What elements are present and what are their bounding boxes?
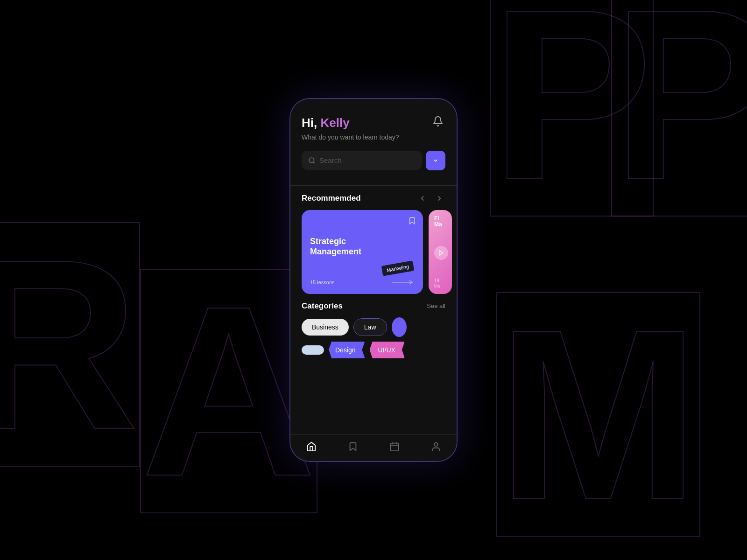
card-footer: 15 lessons xyxy=(310,279,415,286)
card-peek[interactable]: FiMa 19 les xyxy=(429,210,452,294)
svg-rect-4 xyxy=(390,443,398,451)
greeting-prefix: Hi, xyxy=(302,116,320,130)
recommended-header: Recommemded xyxy=(290,193,457,203)
header-top: Hi, Kelly xyxy=(302,116,445,130)
category-chips-row2: Design UI/UX xyxy=(302,342,445,358)
bg-letter-m: M xyxy=(496,292,700,537)
next-arrow[interactable] xyxy=(433,193,445,203)
card-strategic-management[interactable]: StrategicManagement Marketing 15 lessons xyxy=(302,210,423,294)
see-all-link[interactable]: See all xyxy=(427,302,445,309)
bg-letter-r: R xyxy=(0,222,140,467)
svg-line-1 xyxy=(313,162,315,163)
marketing-tag: Marketing xyxy=(381,260,414,276)
categories-section: Categories See all Business Law Design U… xyxy=(290,301,457,363)
chip-uiux-label: UI/UX xyxy=(378,346,395,354)
greeting-name: Kelly xyxy=(320,116,349,130)
bg-letter-p1: P xyxy=(490,0,654,217)
nav-profile[interactable] xyxy=(431,441,441,452)
card-title: StrategicManagement xyxy=(310,237,415,257)
cards-row: StrategicManagement Marketing 15 lessons… xyxy=(290,210,457,294)
card-peek-lessons: 19 les xyxy=(434,278,446,288)
search-dropdown-button[interactable] xyxy=(426,151,445,170)
svg-point-0 xyxy=(309,158,314,163)
bg-letter-p2: P xyxy=(611,0,747,217)
chip-more-arrow[interactable] xyxy=(392,317,407,337)
chip-law[interactable]: Law xyxy=(353,318,387,336)
svg-marker-3 xyxy=(439,251,443,256)
nav-arrows xyxy=(416,193,445,203)
chip-uiux[interactable]: UI/UX xyxy=(370,342,405,358)
search-placeholder: Search xyxy=(319,156,342,164)
card-peek-icon xyxy=(434,246,448,260)
nav-bookmark[interactable] xyxy=(348,441,358,452)
chip-partial[interactable] xyxy=(302,345,324,355)
chip-design-label: Design xyxy=(335,346,356,354)
phone-frame: Hi, Kelly What do you want to learn toda… xyxy=(289,98,458,462)
chip-business[interactable]: Business xyxy=(302,319,349,336)
nav-home[interactable] xyxy=(306,441,317,452)
lessons-count: 15 lessons xyxy=(310,280,335,285)
card-arrow-icon xyxy=(392,279,415,286)
category-chips-row1: Business Law xyxy=(302,317,445,337)
phone-content: Hi, Kelly What do you want to learn toda… xyxy=(290,99,457,461)
prev-arrow[interactable] xyxy=(416,193,429,203)
svg-point-8 xyxy=(434,443,437,446)
greeting: Hi, Kelly xyxy=(302,116,350,130)
subtitle-text: What do you want to learn today? xyxy=(302,133,445,142)
notification-bell-icon[interactable] xyxy=(432,116,445,129)
bottom-nav xyxy=(290,434,457,461)
categories-title: Categories xyxy=(302,301,343,311)
divider xyxy=(290,185,457,186)
header-section: Hi, Kelly What do you want to learn toda… xyxy=(290,99,457,178)
categories-header: Categories See all xyxy=(302,301,445,311)
search-bar: Search xyxy=(302,151,445,170)
spacer xyxy=(290,363,457,434)
search-icon xyxy=(308,157,316,164)
chevron-down-icon xyxy=(432,157,439,164)
recommended-title: Recommemded xyxy=(302,194,361,203)
search-input[interactable]: Search xyxy=(302,151,422,170)
nav-calendar[interactable] xyxy=(389,441,400,452)
card-peek-title: FiMa xyxy=(434,216,446,228)
chip-design[interactable]: Design xyxy=(329,342,365,358)
